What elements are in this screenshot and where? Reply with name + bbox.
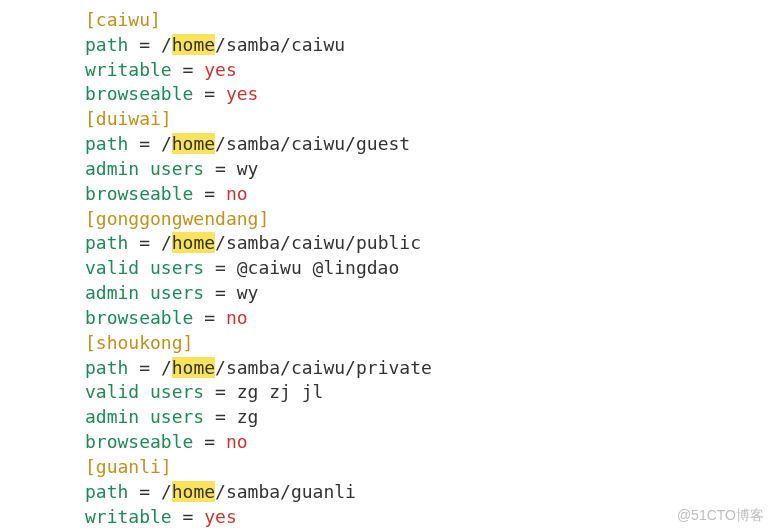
key-valid-users: valid users bbox=[85, 257, 204, 278]
equals: = bbox=[204, 158, 237, 179]
key-path: path bbox=[85, 133, 128, 154]
section-header-gonggongwendang: [gonggongwendang] bbox=[85, 208, 269, 229]
path-suffix: /samba/caiwu/guest bbox=[215, 133, 410, 154]
equals: = bbox=[172, 506, 205, 527]
watermark: @51CTO博客 bbox=[677, 506, 764, 525]
highlight-home: home bbox=[172, 481, 215, 502]
value-valid-users: zg zj jl bbox=[237, 381, 324, 402]
equals: = bbox=[172, 59, 205, 80]
equals: = bbox=[193, 83, 226, 104]
kv-valid-users: valid users = zg zj jl bbox=[85, 380, 764, 405]
key-browseable: browseable bbox=[85, 431, 193, 452]
kv-browseable: browseable = no bbox=[85, 182, 764, 207]
config-listing: [caiwu] path = /home/samba/caiwu writabl… bbox=[85, 8, 764, 531]
highlight-home: home bbox=[172, 34, 215, 55]
path-suffix: /samba/caiwu/private bbox=[215, 357, 432, 378]
equals: = bbox=[193, 431, 226, 452]
path-prefix: / bbox=[161, 481, 172, 502]
kv-admin-users: admin users = wy bbox=[85, 157, 764, 182]
value-writable: yes bbox=[204, 59, 237, 80]
path-suffix: /samba/caiwu/public bbox=[215, 232, 421, 253]
equals: = bbox=[193, 183, 226, 204]
equals: = bbox=[193, 307, 226, 328]
kv-valid-users: valid users = @caiwu @lingdao bbox=[85, 256, 764, 281]
kv-path: path = /home/samba/guanli bbox=[85, 480, 764, 505]
path-suffix: /samba/guanli bbox=[215, 481, 356, 502]
equals: = bbox=[128, 232, 161, 253]
key-valid-users: valid users bbox=[85, 381, 204, 402]
key-admin-users: admin users bbox=[85, 406, 204, 427]
path-prefix: / bbox=[161, 357, 172, 378]
key-browseable: browseable bbox=[85, 83, 193, 104]
key-path: path bbox=[85, 232, 128, 253]
path-prefix: / bbox=[161, 133, 172, 154]
path-prefix: / bbox=[161, 232, 172, 253]
key-browseable: browseable bbox=[85, 307, 193, 328]
equals: = bbox=[128, 34, 161, 55]
key-path: path bbox=[85, 357, 128, 378]
value-browseable: no bbox=[226, 183, 248, 204]
equals: = bbox=[204, 406, 237, 427]
value-writable: yes bbox=[204, 506, 237, 527]
key-writable: writable bbox=[85, 59, 172, 80]
path-suffix: /samba/caiwu bbox=[215, 34, 345, 55]
equals: = bbox=[204, 282, 237, 303]
section-header-guanli: [guanli] bbox=[85, 456, 172, 477]
section-header-caiwu: [caiwu] bbox=[85, 9, 161, 30]
path-prefix: / bbox=[161, 34, 172, 55]
kv-writable: writable = yes bbox=[85, 58, 764, 83]
value-valid-users: @caiwu @lingdao bbox=[237, 257, 400, 278]
kv-browseable: browseable = yes bbox=[85, 82, 764, 107]
highlight-home: home bbox=[172, 133, 215, 154]
kv-writable: writable = yes bbox=[85, 505, 764, 530]
equals: = bbox=[204, 257, 237, 278]
value-admin-users: wy bbox=[237, 158, 259, 179]
value-browseable: yes bbox=[226, 83, 259, 104]
kv-browseable: browseable = no bbox=[85, 306, 764, 331]
equals: = bbox=[204, 381, 237, 402]
kv-admin-users: admin users = zg bbox=[85, 405, 764, 430]
key-path: path bbox=[85, 34, 128, 55]
equals: = bbox=[128, 481, 161, 502]
section-header-shoukong: [shoukong] bbox=[85, 332, 193, 353]
value-admin-users: wy bbox=[237, 282, 259, 303]
section-header-duiwai: [duiwai] bbox=[85, 108, 172, 129]
equals: = bbox=[128, 133, 161, 154]
equals: = bbox=[128, 357, 161, 378]
key-admin-users: admin users bbox=[85, 158, 204, 179]
key-path: path bbox=[85, 481, 128, 502]
kv-path: path = /home/samba/caiwu/private bbox=[85, 356, 764, 381]
kv-browseable: browseable = no bbox=[85, 430, 764, 455]
kv-path: path = /home/samba/caiwu/public bbox=[85, 231, 764, 256]
highlight-home: home bbox=[172, 357, 215, 378]
kv-path: path = /home/samba/caiwu/guest bbox=[85, 132, 764, 157]
value-admin-users: zg bbox=[237, 406, 259, 427]
key-browseable: browseable bbox=[85, 183, 193, 204]
value-browseable: no bbox=[226, 431, 248, 452]
kv-admin-users: admin users = wy bbox=[85, 281, 764, 306]
highlight-home: home bbox=[172, 232, 215, 253]
kv-path: path = /home/samba/caiwu bbox=[85, 33, 764, 58]
value-browseable: no bbox=[226, 307, 248, 328]
key-admin-users: admin users bbox=[85, 282, 204, 303]
key-writable: writable bbox=[85, 506, 172, 527]
